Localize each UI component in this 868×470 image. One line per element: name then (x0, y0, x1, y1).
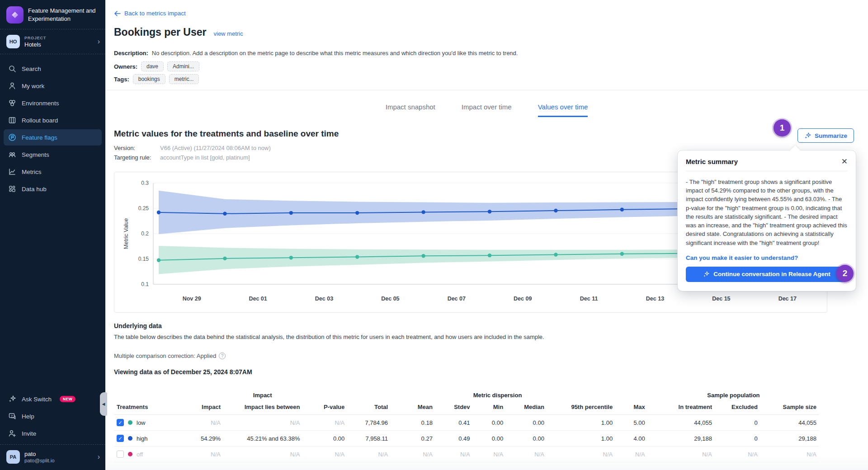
section-heading: Metric values for the treatments and bas… (114, 129, 339, 139)
table-cell: N/A (547, 446, 615, 462)
table-cell: N/A (391, 446, 435, 462)
sidebar-item-label: Metrics (22, 169, 42, 175)
user-menu[interactable]: PA pato pato@split.io › (0, 445, 105, 470)
high-point (421, 210, 425, 214)
continue-conversation-button[interactable]: Continue conversation in Release Agent (686, 267, 848, 282)
high-point (554, 209, 557, 212)
low-point (554, 253, 557, 256)
table-cell: N/A (347, 446, 391, 462)
table-cell: N/A (223, 446, 302, 462)
easier-to-understand-link[interactable]: Can you make it easier to understand? (686, 254, 848, 261)
sidebar-item-segments[interactable]: Segments (4, 146, 102, 163)
sparkle-icon (8, 395, 16, 403)
tag-chip[interactable]: bookings (133, 74, 165, 84)
metric-summary-popup: Metric summary ✕ - The "high" treatment … (678, 150, 856, 291)
group-header: Impact (178, 388, 347, 400)
table-cell: 4.00 (615, 431, 648, 446)
project-badge: HO (6, 35, 20, 48)
table-cell: N/A (302, 446, 347, 462)
sparkle-icon (804, 132, 811, 139)
sidebar-item-metrics[interactable]: Metrics (4, 164, 102, 180)
svg-text:?: ? (11, 414, 13, 418)
sidebar-item-label: Environments (22, 100, 59, 107)
column-header: Excluded (715, 400, 760, 415)
owner-chip[interactable]: dave (141, 61, 164, 71)
high-point (355, 211, 359, 215)
sidebar-collapse-handle[interactable]: ◀ (100, 392, 107, 416)
column-header: 95th percentile (547, 400, 615, 415)
targeting-rule-label: Targeting rule: (114, 154, 160, 161)
view-metric-link[interactable]: view metric (214, 30, 243, 37)
version-label: Version: (114, 145, 160, 151)
tab-impact-over-time[interactable]: Impact over time (462, 103, 512, 117)
version-value: V66 (Active) (11/27/2024 08:06AM to now) (160, 145, 271, 151)
sidebar-item-label: Segments (22, 151, 49, 158)
low-point (157, 258, 160, 262)
info-icon[interactable]: ? (219, 352, 226, 359)
treatment-color-dot (128, 420, 132, 425)
sidebar-footer: Ask SwitchNEW?HelpInvite (0, 391, 105, 444)
sidebar-item-help[interactable]: ?Help (4, 408, 102, 424)
sidebar-item-my-work[interactable]: My work (4, 78, 102, 94)
user-icon (8, 82, 16, 90)
sidebar: Feature Management and Experimentation H… (0, 0, 105, 470)
sidebar-item-label: Search (22, 66, 41, 72)
column-header: Mean (391, 400, 435, 415)
treatment-label: off (137, 451, 143, 458)
owner-chip[interactable]: Admini... (167, 61, 199, 71)
sidebar-item-invite[interactable]: Invite (4, 425, 102, 442)
sidebar-nav: SearchMy workEnvironmentsRollout boardFe… (0, 54, 105, 197)
app-logo-icon (6, 6, 24, 24)
low-point (488, 254, 491, 257)
high-point (223, 212, 226, 216)
tab-values-over-time[interactable]: Values over time (538, 103, 588, 117)
svg-text:0.2: 0.2 (141, 230, 149, 237)
column-header: Impact (178, 400, 223, 415)
treatment-label: high (137, 435, 148, 442)
table-cell: 0.41 (435, 415, 473, 431)
svg-text:Dec 05: Dec 05 (381, 296, 399, 302)
sidebar-item-rollout-board[interactable]: Rollout board (4, 112, 102, 128)
treatment-checkbox[interactable]: ✓ (117, 419, 124, 426)
table-cell: 5.00 (615, 415, 648, 431)
back-link[interactable]: Back to metrics impact (114, 10, 186, 17)
column-header: P-value (302, 400, 347, 415)
annotation-step-2: 2 (836, 265, 854, 282)
continue-conversation-label: Continue conversation in Release Agent (713, 271, 830, 277)
sidebar-item-feature-flags[interactable]: Feature flags (4, 129, 102, 146)
flag-icon (8, 133, 16, 141)
treatment-checkbox[interactable] (117, 451, 124, 458)
tag-chip[interactable]: metric... (169, 74, 199, 84)
sidebar-item-data-hub[interactable]: Data hub (4, 181, 102, 197)
svg-text:Dec 01: Dec 01 (249, 296, 267, 302)
sidebar-item-environments[interactable]: Environments (4, 95, 102, 111)
table-cell: 29,188 (760, 431, 819, 446)
tags-label: Tags: (114, 76, 129, 83)
table-cell: 0.49 (435, 431, 473, 446)
svg-text:Nov 29: Nov 29 (183, 296, 201, 302)
treatment-checkbox[interactable]: ✓ (117, 435, 124, 442)
table-cell: 1.00 (547, 415, 615, 431)
underlying-data-table: ImpactMetric dispersionSample population… (114, 388, 819, 462)
table-cell: 0.00 (473, 431, 506, 446)
table-cell: N/A (223, 415, 302, 431)
svg-text:Dec 17: Dec 17 (778, 296, 797, 302)
tab-impact-snapshot[interactable]: Impact snapshot (386, 103, 435, 117)
targeting-rule-value: accountType in list [gold, platinum] (160, 154, 250, 161)
table-cell: N/A (302, 415, 347, 431)
table-cell: 29,188 (648, 431, 715, 446)
table-cell: 0 (715, 431, 760, 446)
sidebar-item-search[interactable]: Search (4, 61, 102, 77)
close-button[interactable]: ✕ (841, 158, 848, 165)
treatment-color-dot (128, 436, 132, 441)
project-switcher[interactable]: HO PROJECT Hotels › (0, 29, 105, 54)
svg-text:Dec 07: Dec 07 (448, 296, 466, 302)
svg-text:Metric Value: Metric Value (123, 218, 129, 249)
low-point (355, 255, 359, 258)
summarize-button[interactable]: Summarize (797, 128, 854, 143)
column-header: Total (347, 400, 391, 415)
table-cell: N/A (178, 415, 223, 431)
annotation-step-1: 1 (774, 119, 791, 136)
sidebar-item-ask-switch[interactable]: Ask SwitchNEW (4, 391, 102, 407)
low-point (289, 256, 293, 259)
